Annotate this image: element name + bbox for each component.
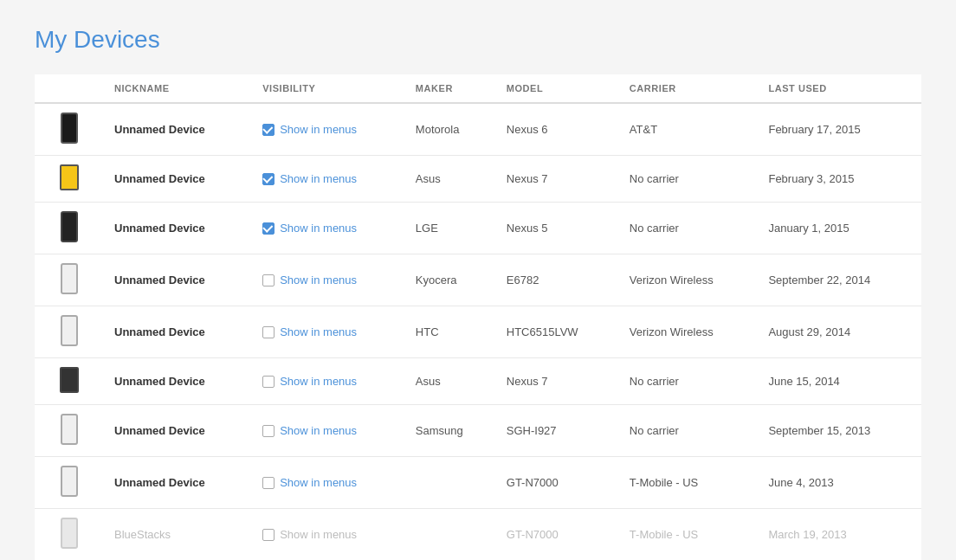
device-visibility[interactable]: Show in menus <box>252 156 405 203</box>
show-in-menus-checkbox[interactable] <box>262 376 275 388</box>
device-icon-cell <box>35 509 104 561</box>
device-last-used: June 15, 2014 <box>758 358 921 405</box>
device-model: Nexus 6 <box>496 103 619 156</box>
device-icon-cell <box>35 358 104 405</box>
device-carrier: T-Mobile - US <box>619 509 759 561</box>
device-maker: HTC <box>405 306 496 358</box>
device-nickname: Unnamed Device <box>104 203 252 254</box>
page-title: My Devices <box>35 26 921 54</box>
table-row: Unnamed DeviceShow in menusSamsungSGH-I9… <box>35 405 921 457</box>
device-carrier: No carrier <box>619 156 759 203</box>
col-header-maker: MAKER <box>405 74 496 103</box>
device-visibility[interactable]: Show in menus <box>252 306 405 358</box>
show-in-menus-label: Show in menus <box>280 123 357 136</box>
device-maker: Motorola <box>405 103 496 156</box>
table-row: Unnamed DeviceShow in menusMotorolaNexus… <box>35 103 921 156</box>
device-nickname: Unnamed Device <box>104 103 252 156</box>
show-in-menus-label: Show in menus <box>280 274 357 286</box>
device-nickname: Unnamed Device <box>104 358 252 405</box>
device-carrier: Verizon Wireless <box>619 306 759 358</box>
show-in-menus-checkbox[interactable] <box>262 529 275 541</box>
table-row: Unnamed DeviceShow in menusHTCHTC6515LVW… <box>35 306 921 358</box>
device-visibility[interactable]: Show in menus <box>252 457 405 509</box>
show-in-menus-label: Show in menus <box>280 476 357 489</box>
col-header-nickname: NICKNAME <box>104 74 252 103</box>
device-visibility[interactable]: Show in menus <box>252 103 405 156</box>
show-in-menus-checkbox[interactable] <box>262 222 275 235</box>
device-last-used: February 3, 2015 <box>758 156 921 203</box>
device-carrier: No carrier <box>619 405 759 457</box>
show-in-menus-checkbox[interactable] <box>262 124 275 136</box>
table-row: Unnamed DeviceShow in menusLGENexus 5No … <box>35 203 921 254</box>
device-visibility[interactable]: Show in menus <box>252 405 405 457</box>
show-in-menus-checkbox[interactable] <box>262 274 275 286</box>
device-nickname: Unnamed Device <box>104 156 252 203</box>
device-maker <box>405 457 496 509</box>
show-in-menus-checkbox[interactable] <box>262 326 275 338</box>
show-in-menus-label: Show in menus <box>280 222 357 235</box>
device-last-used: September 22, 2014 <box>758 254 921 306</box>
table-row: Unnamed DeviceShow in menusGT-N7000T-Mob… <box>35 457 921 509</box>
device-maker <box>405 509 496 561</box>
col-header-device <box>35 74 104 103</box>
show-in-menus-checkbox[interactable] <box>262 173 275 185</box>
device-visibility[interactable]: Show in menus <box>252 254 405 306</box>
device-model: Nexus 5 <box>496 203 619 254</box>
col-header-model: MODEL <box>496 74 619 103</box>
devices-table: NICKNAME VISIBILITY MAKER MODEL CARRIER … <box>35 74 921 560</box>
table-row: BlueStacksShow in menusGT-N7000T-Mobile … <box>35 509 921 561</box>
device-maker: Samsung <box>405 405 496 457</box>
table-row: Unnamed DeviceShow in menusKyoceraE6782V… <box>35 254 921 306</box>
device-carrier: Verizon Wireless <box>619 254 759 306</box>
device-carrier: T-Mobile - US <box>619 457 759 509</box>
show-in-menus-label: Show in menus <box>280 375 357 388</box>
device-maker: Asus <box>405 156 496 203</box>
device-last-used: August 29, 2014 <box>758 306 921 358</box>
device-icon-cell <box>35 103 104 156</box>
device-last-used: February 17, 2015 <box>758 103 921 156</box>
show-in-menus-label: Show in menus <box>280 172 357 185</box>
device-model: Nexus 7 <box>496 358 619 405</box>
col-header-carrier: CARRIER <box>619 74 759 103</box>
device-nickname: Unnamed Device <box>104 457 252 509</box>
device-carrier: No carrier <box>619 203 759 254</box>
device-model: GT-N7000 <box>496 457 619 509</box>
device-carrier: No carrier <box>619 358 759 405</box>
device-carrier: AT&T <box>619 103 759 156</box>
col-header-lastused: LAST USED <box>758 74 921 103</box>
device-nickname: Unnamed Device <box>104 306 252 358</box>
device-maker: Asus <box>405 358 496 405</box>
device-nickname: BlueStacks <box>104 509 252 561</box>
device-model: Nexus 7 <box>496 156 619 203</box>
show-in-menus-checkbox[interactable] <box>262 477 275 489</box>
device-maker: Kyocera <box>405 254 496 306</box>
device-visibility[interactable]: Show in menus <box>252 203 405 254</box>
show-in-menus-label: Show in menus <box>280 424 357 437</box>
device-last-used: January 1, 2015 <box>758 203 921 254</box>
device-icon-cell <box>35 306 104 358</box>
device-visibility[interactable]: Show in menus <box>252 509 405 561</box>
device-model: GT-N7000 <box>496 509 619 561</box>
device-icon-cell <box>35 405 104 457</box>
show-in-menus-label: Show in menus <box>280 325 357 338</box>
device-last-used: June 4, 2013 <box>758 457 921 509</box>
device-icon-cell <box>35 457 104 509</box>
device-nickname: Unnamed Device <box>104 254 252 306</box>
show-in-menus-checkbox[interactable] <box>262 425 275 437</box>
show-in-menus-label: Show in menus <box>280 528 357 541</box>
device-nickname: Unnamed Device <box>104 405 252 457</box>
device-maker: LGE <box>405 203 496 254</box>
device-icon-cell <box>35 156 104 203</box>
table-row: Unnamed DeviceShow in menusAsusNexus 7No… <box>35 358 921 405</box>
device-visibility[interactable]: Show in menus <box>252 358 405 405</box>
device-model: E6782 <box>496 254 619 306</box>
device-model: HTC6515LVW <box>496 306 619 358</box>
table-row: Unnamed DeviceShow in menusAsusNexus 7No… <box>35 156 921 203</box>
device-icon-cell <box>35 254 104 306</box>
device-last-used: March 19, 2013 <box>758 509 921 561</box>
device-icon-cell <box>35 203 104 254</box>
col-header-visibility: VISIBILITY <box>252 74 405 103</box>
device-last-used: September 15, 2013 <box>758 405 921 457</box>
page-container: My Devices NICKNAME VISIBILITY MAKER MOD… <box>0 0 956 560</box>
device-model: SGH-I927 <box>496 405 619 457</box>
